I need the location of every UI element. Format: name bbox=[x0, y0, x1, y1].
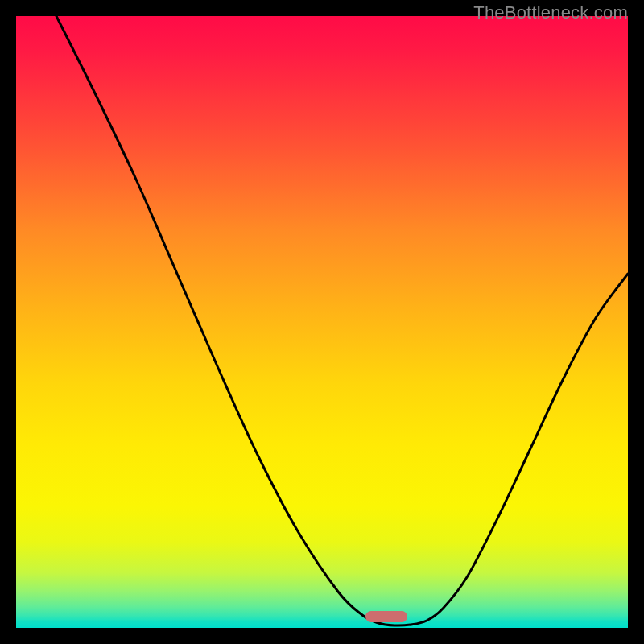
chart-curve-layer bbox=[16, 16, 628, 628]
optimum-marker bbox=[365, 611, 407, 622]
bottleneck-curve-path bbox=[56, 16, 628, 625]
chart-frame bbox=[16, 16, 628, 628]
watermark-text: TheBottleneck.com bbox=[473, 2, 628, 23]
